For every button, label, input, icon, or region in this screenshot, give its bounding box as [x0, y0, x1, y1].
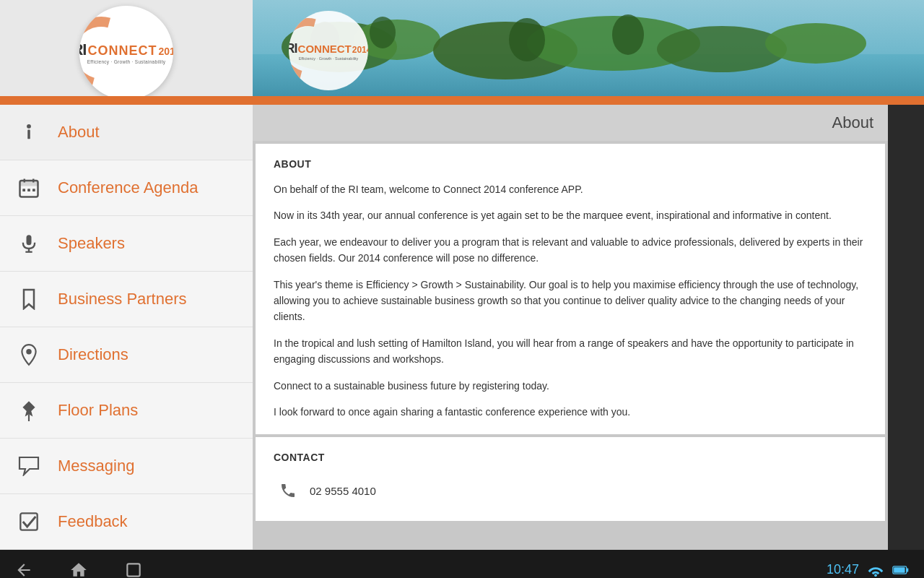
content-header: About	[253, 105, 888, 141]
wifi-icon	[868, 564, 884, 577]
logo-ri: RI	[79, 40, 86, 59]
header: RI CONNECT 2014 Efficiency · Growth · Su…	[0, 0, 924, 105]
logo-right: RI CONNECT 2014 Efficiency · Growth · Su…	[289, 11, 368, 90]
header-right: RI CONNECT 2014 Efficiency · Growth · Su…	[253, 0, 924, 105]
nav-back-button[interactable]	[14, 561, 33, 579]
logo-ri-right: RI	[289, 41, 297, 56]
svg-point-11	[612, 14, 644, 55]
sidebar-item-about[interactable]: About	[0, 105, 253, 160]
svg-rect-13	[27, 130, 30, 139]
about-para-4: This year's theme is Efficiency > Growth…	[274, 277, 867, 325]
sidebar-item-floor-plans[interactable]: Floor Plans	[0, 383, 253, 439]
sidebar-label-feedback: Feedback	[58, 512, 128, 531]
logo-connect-right: CONNECT	[298, 43, 352, 55]
content-pane: About ABOUT On behalf of the RI team, we…	[253, 105, 888, 550]
logo-text-container: RI CONNECT 2014 Efficiency · Growth · Su…	[79, 40, 173, 64]
header-left: RI CONNECT 2014 Efficiency · Growth · Su…	[0, 0, 253, 105]
logo-connect: CONNECT	[87, 43, 157, 59]
dark-panel	[888, 105, 924, 550]
svg-point-12	[27, 124, 31, 129]
bottom-bar: 10:47	[0, 550, 924, 578]
about-card: ABOUT On behalf of the RI team, welcome …	[256, 144, 885, 434]
about-heading: ABOUT	[274, 158, 867, 170]
sidebar-label-business: Business Partners	[58, 290, 187, 309]
chat-icon	[14, 452, 43, 480]
sidebar-item-speakers[interactable]: Speakers	[0, 216, 253, 272]
logo-left: RI CONNECT 2014 Efficiency · Growth · Su…	[69, 9, 184, 96]
logo-year-right: 2014	[352, 45, 368, 55]
svg-point-24	[26, 349, 31, 354]
content-page-title: About	[832, 113, 874, 131]
svg-rect-19	[27, 189, 30, 191]
logo-circle-left: RI CONNECT 2014 Efficiency · Growth · Su…	[79, 6, 173, 100]
svg-point-10	[509, 18, 545, 61]
microphone-icon	[14, 229, 43, 258]
contact-phone-value: 02 9555 4010	[310, 485, 376, 497]
logo-tagline: Efficiency · Growth · Sustainability	[87, 59, 166, 64]
sidebar-item-messaging[interactable]: Messaging	[0, 439, 253, 494]
main-area: About Conference Agenda	[0, 105, 924, 550]
svg-rect-18	[22, 189, 25, 191]
contact-heading: CONTACT	[274, 452, 867, 463]
sidebar-item-directions[interactable]: Directions	[0, 327, 253, 383]
svg-rect-15	[20, 181, 38, 186]
status-time: 10:47	[827, 562, 859, 577]
contact-phone-row: 02 9555 4010	[274, 475, 867, 506]
logo-circle-right: RI CONNECT 2014 Efficiency · Growth · Su…	[289, 11, 368, 90]
phone-icon	[274, 482, 302, 499]
about-para-1: On behalf of the RI team, welcome to Con…	[274, 181, 867, 197]
svg-point-7	[765, 23, 866, 64]
location-icon	[14, 340, 43, 369]
content-body[interactable]: ABOUT On behalf of the RI team, welcome …	[253, 141, 888, 550]
orange-bar-left	[0, 96, 253, 105]
about-para-3: Each year, we endeavour to deliver you a…	[274, 234, 867, 267]
sidebar-label-messaging: Messaging	[58, 457, 134, 475]
sidebar-label-floor-plans: Floor Plans	[58, 401, 138, 420]
sidebar-item-feedback[interactable]: Feedback	[0, 494, 253, 550]
nav-home-button[interactable]	[69, 561, 88, 579]
sidebar-label-conference: Conference Agenda	[58, 178, 199, 197]
logo-tagline-right: Efficiency · Growth · Sustainability	[299, 56, 359, 61]
about-para-5: In the tropical and lush setting of Hami…	[274, 335, 867, 368]
checkbox-icon	[14, 507, 43, 536]
about-para-2: Now in its 34th year, our annual confere…	[274, 207, 867, 223]
svg-rect-20	[32, 189, 35, 191]
bottom-right-info: 10:47	[827, 562, 910, 577]
svg-point-28	[874, 574, 877, 577]
svg-point-9	[370, 17, 396, 48]
bottom-nav-icons	[14, 561, 143, 579]
nav-recent-button[interactable]	[124, 561, 143, 579]
about-para-6: Connect to a sustainable business future…	[274, 378, 867, 394]
battery-icon	[892, 564, 910, 576]
about-para-7: I look forward to once again sharing a f…	[274, 404, 867, 420]
contact-card: CONTACT 02 9555 4010	[256, 437, 885, 521]
pushpin-icon	[14, 396, 43, 425]
sidebar: About Conference Agenda	[0, 105, 253, 550]
calendar-icon	[14, 173, 43, 202]
bookmark-icon	[14, 285, 43, 314]
sidebar-item-conference-agenda[interactable]: Conference Agenda	[0, 160, 253, 216]
sidebar-label-speakers: Speakers	[58, 234, 125, 253]
logo-year: 2014	[158, 46, 173, 57]
sidebar-label-directions: Directions	[58, 345, 128, 364]
svg-rect-21	[27, 235, 32, 245]
svg-rect-30	[907, 568, 909, 571]
app-container: RI CONNECT 2014 Efficiency · Growth · Su…	[0, 0, 924, 578]
sidebar-item-business-partners[interactable]: Business Partners	[0, 272, 253, 327]
svg-rect-31	[894, 567, 905, 573]
svg-rect-27	[127, 564, 139, 576]
info-icon	[14, 118, 43, 147]
sidebar-label-about: About	[58, 123, 100, 142]
orange-bar-right	[253, 96, 924, 105]
